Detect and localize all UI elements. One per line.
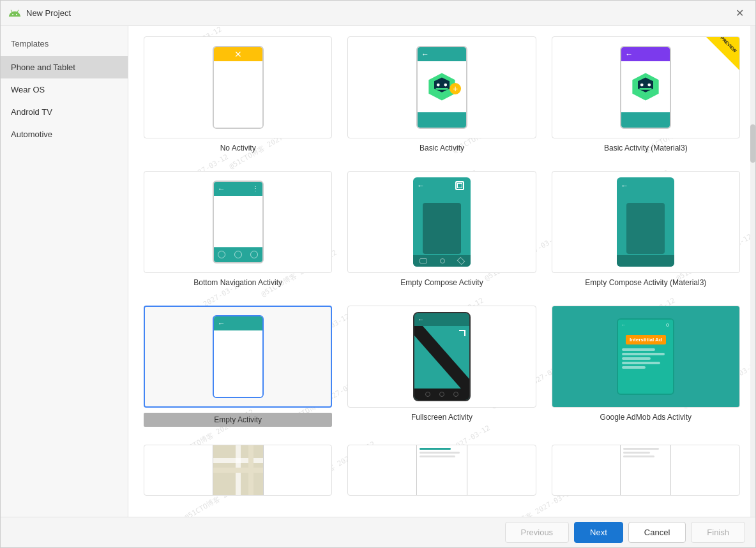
template-preview-empty-activity: ← xyxy=(144,306,332,408)
sidebar-item-phone-tablet[interactable]: Phone and Tablet xyxy=(1,56,128,78)
template-preview-basic-activity: ← + xyxy=(347,36,536,138)
template-card-row3-1[interactable]: ← ⋮ xyxy=(144,445,332,507)
svg-rect-11 xyxy=(640,88,652,90)
footer-bar: Previous Next Cancel Finish xyxy=(1,517,755,547)
title-bar: New Project ✕ xyxy=(1,1,755,26)
template-label-empty-compose: Empty Compose Activity xyxy=(400,278,483,287)
template-preview-google-admob: ← Interstitial Ad xyxy=(552,306,740,408)
template-card-empty-compose[interactable]: ← Empty Compose Activit xyxy=(347,171,536,293)
next-button[interactable]: Next xyxy=(574,522,623,543)
template-label-basic-activity: Basic Activity xyxy=(420,144,464,152)
svg-point-0 xyxy=(12,13,13,15)
template-card-google-admob[interactable]: ← Interstitial Ad xyxy=(552,306,740,433)
template-preview-empty-compose-material3: ← xyxy=(552,171,740,273)
interstitial-ad-label: Interstitial Ad xyxy=(626,335,666,344)
previous-button[interactable]: Previous xyxy=(505,522,570,543)
template-label-empty-activity: Empty Activity xyxy=(144,413,332,427)
sidebar-item-wear-os[interactable]: Wear OS xyxy=(1,78,128,101)
template-card-bottom-navigation[interactable]: ← ⋮ Bottom Navigation Activity xyxy=(144,171,332,293)
template-card-basic-activity-material3[interactable]: PREVIEW ← xyxy=(552,36,740,158)
svg-point-1 xyxy=(16,13,17,15)
sidebar: Templates Phone and Tablet Wear OS Andro… xyxy=(1,26,128,517)
template-label-bottom-navigation: Bottom Navigation Activity xyxy=(193,278,282,287)
content-area: Templates Phone and Tablet Wear OS Andro… xyxy=(1,26,755,517)
sidebar-item-android-tv[interactable]: Android TV xyxy=(1,101,128,123)
template-preview-fullscreen: ← xyxy=(347,306,536,408)
scrollbar[interactable] xyxy=(750,26,755,517)
svg-point-9 xyxy=(640,84,644,87)
template-preview-row3-1: ← ⋮ xyxy=(144,445,332,496)
svg-point-4 xyxy=(437,84,440,87)
template-preview-no-activity: ✕ xyxy=(144,36,332,138)
template-preview-row3-2: ← ⋮ + xyxy=(347,445,536,496)
scrollbar-thumb[interactable] xyxy=(750,124,755,163)
template-label-fullscreen: Fullscreen Activity xyxy=(411,413,472,422)
new-project-window: New Project ✕ Templates Phone and Tablet… xyxy=(0,0,756,548)
template-preview-bottom-navigation: ← ⋮ xyxy=(144,171,332,273)
window-title: New Project xyxy=(26,8,732,18)
template-label-basic-activity-material3: Basic Activity (Material3) xyxy=(604,144,688,152)
cancel-button[interactable]: Cancel xyxy=(628,522,686,543)
svg-point-5 xyxy=(444,84,447,87)
template-card-basic-activity[interactable]: ← + xyxy=(347,36,536,158)
svg-rect-6 xyxy=(435,88,448,90)
sidebar-section-title: Templates xyxy=(1,36,128,56)
template-label-empty-compose-material3: Empty Compose Activity (Material3) xyxy=(585,278,706,287)
android-icon xyxy=(8,7,21,20)
sidebar-item-automotive[interactable]: Automotive xyxy=(1,123,128,145)
svg-point-10 xyxy=(648,84,651,87)
template-preview-empty-compose: ← xyxy=(347,171,536,273)
template-label-no-activity: No Activity xyxy=(220,144,256,152)
template-card-row3-2[interactable]: ← ⋮ + xyxy=(347,445,536,507)
template-card-no-activity[interactable]: ✕ No Activity xyxy=(144,36,332,158)
templates-grid: ✕ No Activity ← xyxy=(128,26,755,517)
template-card-empty-compose-material3[interactable]: ← Empty Compose Activity (Material3) xyxy=(552,171,740,293)
template-card-row3-3[interactable]: ← ⋮ xyxy=(552,445,740,507)
template-preview-row3-3: ← ⋮ xyxy=(552,445,740,496)
template-card-fullscreen[interactable]: ← xyxy=(347,306,536,433)
main-area: @51CTO博客 2027-03-12 @51CTO博客 2027-03-12 … xyxy=(128,26,755,517)
close-button[interactable]: ✕ xyxy=(732,6,748,20)
finish-button[interactable]: Finish xyxy=(691,522,745,543)
template-card-empty-activity[interactable]: ← Empty Activity xyxy=(144,306,332,433)
template-label-google-admob: Google AdMob Ads Activity xyxy=(600,413,692,422)
template-preview-basic-activity-material3: PREVIEW ← xyxy=(552,36,740,138)
